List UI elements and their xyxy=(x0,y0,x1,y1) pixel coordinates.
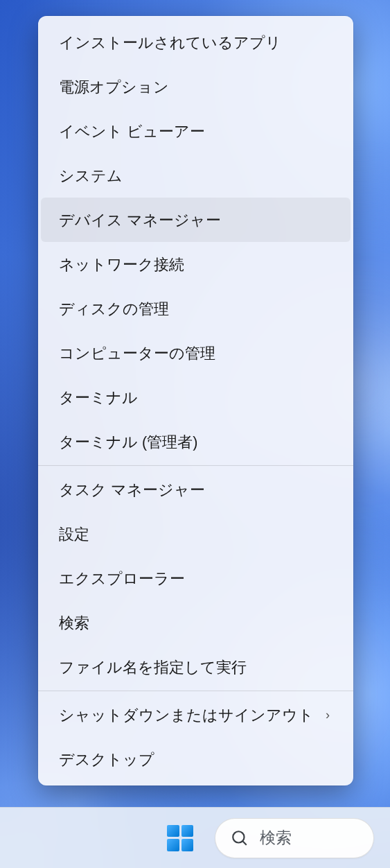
menu-item-device-manager[interactable]: デバイス マネージャー xyxy=(41,198,351,242)
taskbar-search[interactable]: 検索 xyxy=(215,818,374,858)
menu-item-disk-mgmt[interactable]: ディスクの管理 xyxy=(41,286,351,331)
menu-item-label: システム xyxy=(59,166,123,186)
menu-item-network-conns[interactable]: ネットワーク接続 xyxy=(41,242,351,286)
menu-item-label: 設定 xyxy=(59,524,89,544)
menu-item-label: エクスプローラー xyxy=(59,568,185,589)
menu-item-label: インストールされているアプリ xyxy=(59,33,281,53)
start-button[interactable] xyxy=(158,816,202,860)
menu-item-label: イベント ビューアー xyxy=(59,121,205,141)
menu-item-system[interactable]: システム xyxy=(41,153,351,198)
menu-item-run[interactable]: ファイル名を指定して実行 xyxy=(41,645,351,689)
menu-item-terminal[interactable]: ターミナル xyxy=(41,375,351,419)
menu-separator xyxy=(38,691,353,691)
menu-item-label: ターミナル xyxy=(59,388,138,408)
menu-item-label: デバイス マネージャー xyxy=(59,210,221,230)
menu-item-label: ネットワーク接続 xyxy=(59,254,184,275)
windows-logo-icon xyxy=(167,825,193,851)
menu-item-label: 電源オプション xyxy=(59,77,169,97)
menu-item-label: デスクトップ xyxy=(59,749,154,770)
taskbar: 検索 xyxy=(0,807,390,868)
menu-item-label: ターミナル (管理者) xyxy=(59,432,197,452)
menu-item-power-options[interactable]: 電源オプション xyxy=(41,64,351,109)
svg-point-0 xyxy=(233,831,244,842)
menu-item-search[interactable]: 検索 xyxy=(41,600,351,645)
menu-item-label: コンピューターの管理 xyxy=(59,343,215,363)
menu-item-label: ディスクの管理 xyxy=(59,299,169,319)
menu-item-terminal-admin[interactable]: ターミナル (管理者) xyxy=(41,419,351,464)
menu-item-desktop[interactable]: デスクトップ xyxy=(41,737,351,781)
menu-item-settings[interactable]: 設定 xyxy=(41,512,351,556)
menu-item-task-manager[interactable]: タスク マネージャー xyxy=(41,467,351,512)
menu-item-event-viewer[interactable]: イベント ビューアー xyxy=(41,109,351,153)
winx-context-menu: インストールされているアプリ電源オプションイベント ビューアーシステムデバイス … xyxy=(38,16,353,785)
menu-item-shutdown-signout[interactable]: シャットダウンまたはサインアウト› xyxy=(41,693,351,737)
menu-item-installed-apps[interactable]: インストールされているアプリ xyxy=(41,20,351,64)
menu-item-label: シャットダウンまたはサインアウト xyxy=(59,705,314,725)
chevron-right-icon: › xyxy=(326,708,330,722)
svg-line-1 xyxy=(242,841,246,844)
menu-item-computer-mgmt[interactable]: コンピューターの管理 xyxy=(41,331,351,375)
menu-item-explorer[interactable]: エクスプローラー xyxy=(41,556,351,600)
menu-separator xyxy=(38,465,353,466)
menu-item-label: タスク マネージャー xyxy=(59,480,205,500)
search-icon xyxy=(231,829,249,847)
taskbar-search-label: 検索 xyxy=(260,827,292,849)
menu-item-label: ファイル名を指定して実行 xyxy=(59,657,247,677)
menu-item-label: 検索 xyxy=(59,613,89,633)
